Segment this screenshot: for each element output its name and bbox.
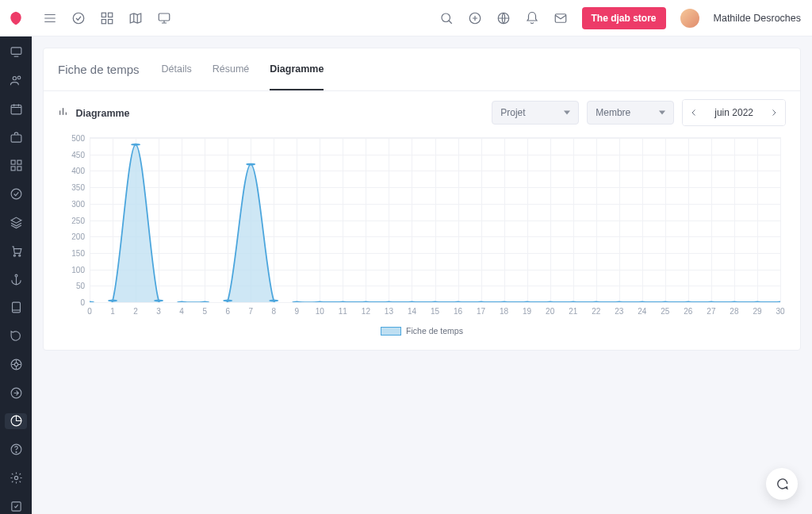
date-prev-button[interactable] [683,100,705,125]
svg-point-56 [661,301,670,302]
svg-point-35 [177,301,186,302]
sidebar-item-layers[interactable] [5,215,27,231]
page-title: Fiche de temps [58,63,140,76]
sidebar-item-users[interactable] [5,73,27,89]
svg-rect-5 [159,13,170,21]
svg-point-43 [361,301,370,302]
sidebar-item-support[interactable] [5,356,27,372]
svg-rect-1 [102,13,105,17]
apps-icon[interactable] [100,11,114,25]
svg-point-58 [707,301,716,302]
svg-rect-2 [109,13,113,17]
svg-point-29 [14,476,17,479]
user-name: Mathilde Desroches [714,13,801,24]
sidebar-item-cart[interactable] [5,243,27,259]
bell-icon[interactable] [525,11,539,25]
svg-point-60 [753,301,762,302]
date-next-button[interactable] [763,100,785,125]
store-button[interactable]: The djab store [582,7,666,29]
top-left-tools [43,11,171,25]
legend-swatch [381,327,401,336]
sidebar-item-dashboard[interactable] [5,44,27,60]
sidebar-item-logout[interactable] [5,385,27,401]
svg-point-41 [315,301,324,302]
card-header: Fiche de temps Détails Résumé Diagramme [44,48,800,91]
svg-point-12 [17,76,21,79]
app-logo[interactable] [0,0,32,36]
menu-icon[interactable] [43,11,57,25]
filter-member[interactable]: Membre [587,101,674,125]
svg-point-42 [338,301,347,302]
svg-point-32 [108,299,117,301]
svg-point-37 [223,299,232,301]
tab-resume[interactable]: Résumé [213,48,250,90]
svg-rect-23 [12,302,20,313]
monitor-icon[interactable] [157,11,171,25]
svg-point-34 [154,299,163,301]
svg-point-20 [13,255,15,256]
sidebar-item-apps[interactable] [5,158,27,174]
svg-point-6 [442,13,450,22]
svg-rect-15 [11,161,15,165]
globe-icon[interactable] [496,11,511,25]
sidebar-item-briefcase[interactable] [5,129,27,145]
tab-details[interactable]: Détails [162,48,192,90]
mail-icon[interactable] [553,11,568,25]
svg-point-61 [776,301,780,302]
svg-point-40 [292,301,301,302]
svg-point-55 [638,301,647,302]
search-icon[interactable] [439,11,454,25]
svg-point-31 [90,301,94,302]
filter-project[interactable]: Projet [492,101,579,125]
content-area: Fiche de temps Détails Résumé Diagramme … [32,36,812,514]
svg-point-57 [684,301,693,302]
sidebar-item-chat[interactable] [5,328,27,344]
legend-label: Fiche de temps [406,326,463,336]
svg-point-19 [11,189,21,199]
sidebar-item-calendar[interactable] [5,102,27,117]
svg-point-49 [500,301,509,302]
panel-header: Diagramme Projet Membre juin 2022 [44,91,800,131]
svg-point-54 [615,301,624,302]
timesheet-card: Fiche de temps Détails Résumé Diagramme … [43,48,801,351]
date-navigator: juin 2022 [682,99,786,126]
svg-rect-9 [555,13,566,22]
svg-point-0 [73,13,84,24]
svg-rect-14 [11,135,21,142]
svg-point-44 [384,301,393,302]
check-circle-icon[interactable] [71,11,86,25]
svg-point-53 [592,301,601,302]
avatar[interactable] [680,9,699,28]
svg-point-59 [730,301,739,302]
svg-point-52 [569,301,578,302]
sidebar [0,36,32,514]
tab-diagramme[interactable]: Diagramme [270,48,324,90]
sidebar-item-edit[interactable] [5,498,27,514]
top-right-tools: The djab store Mathilde Desroches [439,7,801,29]
sidebar-item-settings[interactable] [5,470,27,485]
date-label[interactable]: juin 2022 [705,100,763,125]
sidebar-item-help[interactable] [5,442,27,458]
map-icon[interactable] [128,11,143,25]
svg-point-22 [15,274,17,277]
svg-rect-16 [17,161,21,165]
topbar: The djab store Mathilde Desroches [0,0,812,36]
svg-point-21 [18,255,20,256]
sidebar-item-book[interactable] [5,300,27,316]
svg-point-48 [476,301,485,302]
svg-point-25 [14,362,17,366]
add-circle-icon[interactable] [468,11,482,25]
sidebar-item-tasks[interactable] [5,186,27,202]
timesheet-chart: 0501001502002503003504004505000123456789… [58,134,786,321]
svg-point-47 [453,301,462,302]
sidebar-item-reports[interactable] [5,413,27,429]
svg-rect-18 [17,167,21,171]
svg-rect-4 [109,19,113,23]
bar-chart-icon [58,106,68,117]
chart-legend: Fiche de temps [58,326,786,336]
svg-point-28 [15,452,16,453]
sidebar-item-anchor[interactable] [5,271,27,287]
svg-point-51 [546,301,555,302]
svg-rect-17 [11,167,15,171]
chat-fab[interactable] [766,468,798,500]
